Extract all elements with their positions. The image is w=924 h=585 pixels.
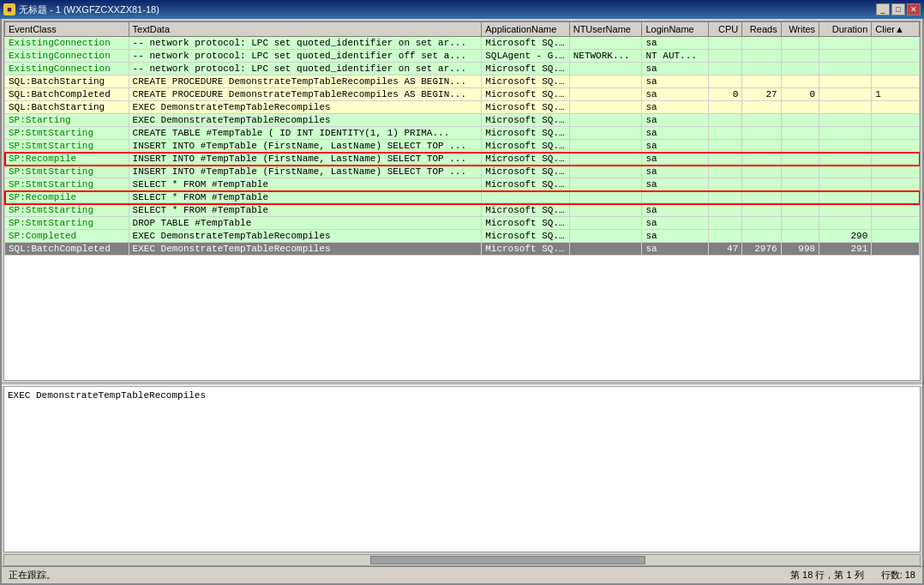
table-cell [872,243,920,256]
table-cell: Microsoft SQ... [482,127,570,140]
table-cell [569,243,642,256]
table-row[interactable]: ExistingConnection-- network protocol: L… [5,50,920,63]
minimize-button[interactable]: _ [876,3,890,15]
table-row[interactable]: SQL:BatchCompletedEXEC DemonstrateTempTa… [5,243,920,256]
table-cell [819,153,872,166]
table-cell: SP:Completed [5,230,129,243]
col-header-textdata: TextData [129,22,482,37]
table-cell [569,101,642,114]
table-cell [709,230,742,243]
table-cell [709,191,742,204]
table-cell: INSERT INTO #TempTable (FirstName, LastN… [129,140,482,153]
table-row[interactable]: SP:RecompileSELECT * FROM #TempTable [5,191,920,204]
table-cell [569,63,642,75]
table-row[interactable]: SP:StmtStartingSELECT * FROM #TempTableM… [5,204,920,217]
table-cell [709,217,742,230]
table-cell: 998 [781,243,819,256]
maximize-button[interactable]: □ [891,3,905,15]
table-cell: Microsoft SQ... [482,217,570,230]
table-cell [709,37,742,50]
table-cell: INSERT INTO #TempTable (FirstName, LastN… [129,166,482,178]
table-cell [781,191,819,204]
table-row[interactable]: SP:StmtStartingCREATE TABLE #TempTable (… [5,127,920,140]
table-cell [781,101,819,114]
table-cell: 1 [872,88,920,101]
table-cell [819,63,872,75]
table-cell: sa [642,243,709,256]
table-cell [872,127,920,140]
table-cell [872,153,920,166]
table-cell [742,217,781,230]
table-header-row: EventClass TextData ApplicationName NTUs… [5,22,920,37]
table-cell: 27 [742,88,781,101]
close-button[interactable]: ✕ [907,3,921,15]
table-row[interactable]: SP:StmtStartingINSERT INTO #TempTable (F… [5,140,920,153]
table-row[interactable]: SQL:BatchStartingEXEC DemonstrateTempTab… [5,101,920,114]
table-cell [872,204,920,217]
table-cell [781,178,819,191]
table-row[interactable]: SP:RecompileINSERT INTO #TempTable (Firs… [5,153,920,166]
table-cell [569,204,642,217]
col-header-reads: Reads [742,22,781,37]
table-cell [872,140,920,153]
table-cell [569,75,642,88]
table-cell: sa [642,63,709,75]
table-cell: Microsoft SQ... [482,114,570,127]
table-cell: sa [642,178,709,191]
table-cell [819,217,872,230]
table-cell [781,75,819,88]
detail-text-area[interactable]: EXEC DemonstrateTempTableRecompiles [3,386,921,552]
table-row[interactable]: SP:StmtStartingSELECT * FROM #TempTableM… [5,178,920,191]
table-cell: EXEC DemonstrateTempTableRecompiles [129,243,482,256]
table-cell [781,37,819,50]
table-cell [781,63,819,75]
table-cell [742,153,781,166]
table-cell: ExistingConnection [5,37,129,50]
table-row[interactable]: ExistingConnection-- network protocol: L… [5,63,920,75]
table-cell [819,178,872,191]
table-cell: SP:StmtStarting [5,178,129,191]
table-cell [781,217,819,230]
table-cell [872,114,920,127]
grid-wrapper[interactable]: EventClass TextData ApplicationName NTUs… [4,21,920,380]
table-cell [742,101,781,114]
trace-table: EventClass TextData ApplicationName NTUs… [4,21,920,256]
table-row[interactable]: ExistingConnection-- network protocol: L… [5,37,920,50]
table-cell [709,127,742,140]
table-cell [742,50,781,63]
table-row[interactable]: SP:CompletedEXEC DemonstrateTempTableRec… [5,230,920,243]
table-cell [819,127,872,140]
table-cell [742,127,781,140]
table-row[interactable]: SP:StmtStartingDROP TABLE #TempTableMicr… [5,217,920,230]
col-header-duration: Duration [819,22,872,37]
table-row[interactable]: SP:StmtStartingINSERT INTO #TempTable (F… [5,166,920,178]
table-cell: sa [642,204,709,217]
table-cell [819,50,872,63]
table-cell [781,140,819,153]
bottom-scrollbar[interactable] [3,554,921,566]
table-cell [569,166,642,178]
status-position: 第 18 行，第 1 列 [790,569,864,582]
table-cell [482,191,570,204]
table-cell: SP:StmtStarting [5,140,129,153]
table-cell: sa [642,140,709,153]
table-cell [709,153,742,166]
table-cell: Microsoft SQ... [482,204,570,217]
table-cell: -- network protocol: LPC set quoted_iden… [129,50,482,63]
table-cell: SP:StmtStarting [5,127,129,140]
table-cell: sa [642,166,709,178]
table-cell: NT AUT... [642,50,709,63]
table-row[interactable]: SQL:BatchCompletedCREATE PROCEDURE Demon… [5,88,920,101]
table-cell: SP:Recompile [5,191,129,204]
table-row[interactable]: SP:StartingEXEC DemonstrateTempTableReco… [5,114,920,127]
table-cell [569,178,642,191]
table-cell: CREATE PROCEDURE DemonstrateTempTableRec… [129,88,482,101]
col-header-appname: ApplicationName [482,22,570,37]
table-cell [709,204,742,217]
table-cell: Microsoft SQ... [482,243,570,256]
table-cell [742,37,781,50]
table-cell [742,166,781,178]
table-row[interactable]: SQL:BatchStartingCREATE PROCEDURE Demons… [5,75,920,88]
table-cell [709,63,742,75]
table-cell [872,178,920,191]
